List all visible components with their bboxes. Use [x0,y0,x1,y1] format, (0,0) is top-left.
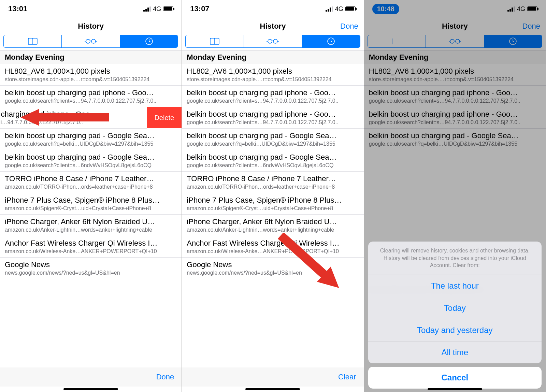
row-url: amazon.co.uk/TORRO-iPhon…ords=leather+ca… [187,184,359,190]
row-url: google.co.uk/search?q=belki…UIDCgD&biw=1… [5,141,177,147]
status-time: 13:01 [8,4,27,13]
row-url: amazon.co.uk/TORRO-iPhon…ords=leather+ca… [5,184,177,190]
history-row[interactable]: HL802_AV6 1,000×1,000 pixelsstore.storei… [182,64,363,86]
history-row[interactable]: TORRO iPhone 8 Case / iPhone 7 Leather… … [0,172,182,193]
row-url: google.co.uk/search?client=s…94.7.7.0.0.… [187,98,359,104]
book-icon [210,38,220,45]
row-title: iPhone Charger, Anker 6ft Nylon Braided … [187,217,359,226]
status-bar: 13:01 4G [0,0,182,18]
tab-history[interactable] [120,35,178,47]
history-row[interactable]: Google Newsnews.google.com/news/?ned=us&… [182,258,363,279]
footer-bar: Clear [182,367,363,387]
row-title: belkin boost up charging pad - Google Se… [187,153,359,162]
row-title: boost up charging pad iphone - Goo… [0,110,142,119]
row-title: Anchor Fast Wireless Charger Qi Wireless… [5,239,177,248]
svg-point-5 [273,39,277,43]
page-title: History [260,22,286,31]
row-url: google.co.uk/search?q=belki…UIDCgD&biw=1… [187,141,359,147]
row-url: google.co.uk/search?client=s…94.7.7.0.0.… [5,98,177,104]
home-indicator[interactable] [63,388,118,390]
row-url: news.google.com/news/?ned=us&gl=US&hl=en [5,270,177,276]
status-right: 4G [143,5,173,13]
history-row[interactable]: iPhone 7 Plus Case, Spigen® iPhone 8 Plu… [0,193,182,215]
svg-point-0 [86,39,90,43]
row-title: HL802_AV6 1,000×1,000 pixels [5,67,177,76]
clock-icon [327,37,335,45]
row-url: amazon.co.uk/Anker-Lightnin…words=anker+… [5,227,177,233]
action-sheet: Clearing will remove history, cookies an… [368,242,542,389]
sheet-option-today-yesterday[interactable]: Today and yesterday [368,319,542,342]
row-title: iPhone Charger, Anker 6ft Nylon Braided … [5,217,177,226]
row-title: iPhone 7 Plus Case, Spigen® iPhone 8 Plu… [5,196,177,205]
delete-button[interactable]: Delete [147,107,182,128]
row-title: Anchor Fast Wireless Charger Qi Wireless… [187,239,359,248]
history-row[interactable]: TORRO iPhone 8 Case / iPhone 7 Leather…a… [182,172,363,193]
history-row[interactable]: Google News news.google.com/news/?ned=us… [0,258,182,279]
history-row[interactable]: belkin boost up charging pad - Google Se… [182,150,363,172]
status-bar: 13:07 4G [182,0,363,18]
row-title: TORRO iPhone 8 Case / iPhone 7 Leather… [187,174,359,183]
nav-header: History Done [182,18,363,35]
status-time: 13:07 [190,4,209,13]
row-url: google.co.uk/search?client=s…6ndvWvHSOqv… [187,162,359,169]
tab-reading-list[interactable] [62,35,120,47]
done-button[interactable]: Done [340,22,358,31]
nav-header: History [0,18,182,35]
row-url: store.storeimages.cdn-apple.…r=comp&.v=1… [187,76,359,83]
clear-button[interactable]: Clear [338,373,356,381]
segmented-control[interactable] [185,35,360,48]
network-label: 4G [153,5,161,13]
home-indicator[interactable] [245,388,300,390]
page-title: History [78,22,104,31]
book-icon [28,38,38,45]
history-row[interactable]: iPhone Charger, Anker 6ft Nylon Braided … [0,215,182,236]
tab-bookmarks[interactable] [186,35,244,47]
clock-icon [145,37,153,45]
glasses-icon [85,38,97,44]
row-title: TORRO iPhone 8 Case / iPhone 7 Leather… [5,174,177,183]
tab-bookmarks[interactable] [4,35,62,47]
history-row[interactable]: belkin boost up charging pad iphone - Go… [0,86,182,107]
network-label: 4G [335,5,343,13]
history-row[interactable]: Anchor Fast Wireless Charger Qi Wireless… [0,236,182,258]
svg-point-1 [91,39,96,43]
footer-bar: Done [0,367,182,387]
history-row[interactable]: Anchor Fast Wireless Charger Qi Wireless… [182,236,363,258]
history-row[interactable]: belkin boost up charging pad - Google Se… [0,150,182,172]
history-row[interactable]: belkin boost up charging pad - Google Se… [0,129,182,150]
glasses-icon [267,38,279,44]
sheet-cancel-button[interactable]: Cancel [368,367,542,389]
tab-history[interactable] [302,35,360,47]
row-url: amazon.co.uk/Spigen®-Cryst…uid+Crystal+C… [187,205,359,212]
row-url: amazon.co.uk/Wireless-Anke…ANKER+POWERPO… [5,248,177,255]
svg-point-4 [268,39,272,43]
row-url: store.storeimages.cdn-apple.…r=comp&.v=1… [5,76,177,83]
history-row[interactable]: belkin boost up charging pad iphone - Go… [182,86,363,107]
history-row[interactable]: HL802_AV6 1,000×1,000 pixels store.store… [0,64,182,86]
row-title: belkin boost up charging pad iphone - Go… [187,110,359,119]
row-title: iPhone 7 Plus Case, Spigen® iPhone 8 Plu… [187,196,359,205]
sheet-option-last-hour[interactable]: The last hour [368,275,542,297]
row-title: Google News [5,260,177,269]
history-row[interactable]: belkin boost up charging pad iphone - Go… [182,107,363,129]
row-url: uk/search?cli…94.7.7.0.0.0.0.122.707.5j2… [0,119,142,126]
row-title: HL802_AV6 1,000×1,000 pixels [187,67,359,76]
sheet-option-all-time[interactable]: All time [368,342,542,363]
row-url: amazon.co.uk/Anker-Lightnin…words=anker+… [187,227,359,233]
battery-icon [345,6,356,11]
row-url: amazon.co.uk/Spigen®-Cryst…uid+Crystal+C… [5,205,177,212]
segmented-control[interactable] [3,35,178,48]
section-header: Monday Evening [182,50,363,64]
tab-reading-list[interactable] [244,35,302,47]
battery-icon [163,6,173,11]
row-title: belkin boost up charging pad - Google Se… [187,131,359,140]
history-row[interactable]: iPhone 7 Plus Case, Spigen® iPhone 8 Plu… [182,193,363,215]
done-button[interactable]: Done [156,373,174,381]
home-indicator[interactable] [428,388,482,390]
row-url: google.co.uk/search?client=s…6ndvWvHSOqv… [5,162,177,169]
history-row[interactable]: belkin boost up charging pad - Google Se… [182,129,363,150]
history-row-swiped[interactable]: boost up charging pad iphone - Goo… uk/s… [0,107,147,129]
row-title: belkin boost up charging pad iphone - Go… [5,88,177,97]
sheet-option-today[interactable]: Today [368,297,542,319]
history-row[interactable]: iPhone Charger, Anker 6ft Nylon Braided … [182,215,363,236]
